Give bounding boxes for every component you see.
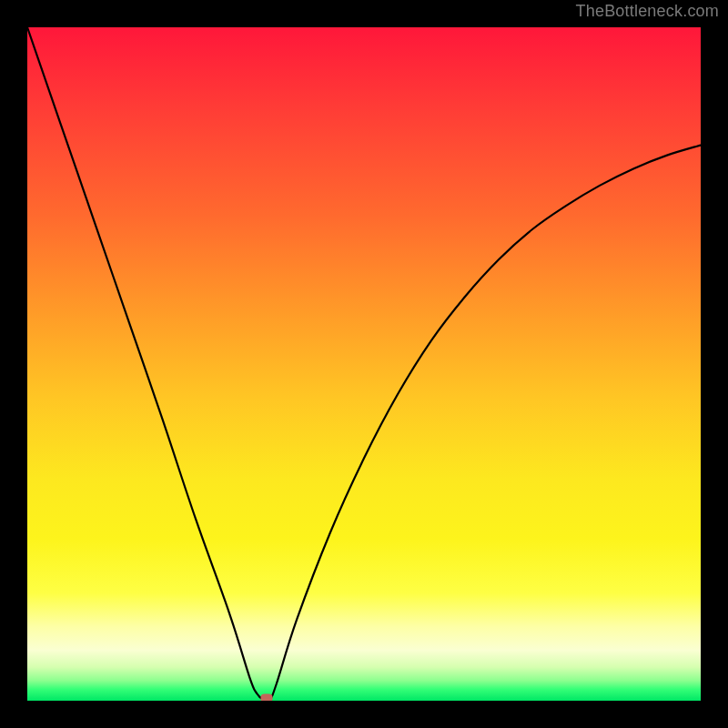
watermark-text: TheBottleneck.com xyxy=(576,2,719,21)
chart-frame: TheBottleneck.com xyxy=(0,0,728,728)
plot-area xyxy=(27,27,701,701)
bottleneck-curve xyxy=(27,27,701,701)
optimal-point-marker xyxy=(260,694,272,701)
